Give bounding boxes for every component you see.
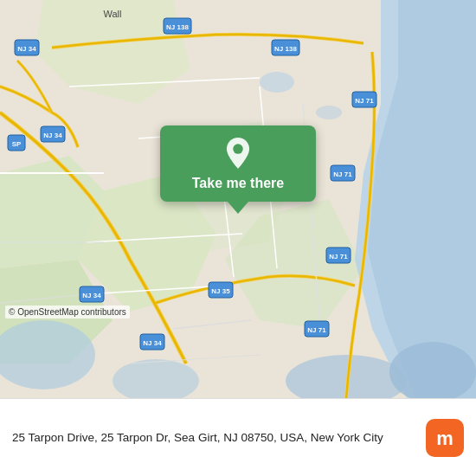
map-area: NJ 34 NJ 34 NJ 34 NJ 34 NJ 138 NJ 138 NJ… bbox=[0, 0, 476, 398]
moovit-logo: m bbox=[426, 419, 464, 457]
svg-text:NJ 138: NJ 138 bbox=[274, 45, 297, 53]
svg-point-54 bbox=[233, 144, 242, 153]
svg-text:NJ 35: NJ 35 bbox=[211, 287, 230, 295]
svg-point-15 bbox=[316, 106, 342, 119]
svg-point-14 bbox=[260, 72, 294, 93]
svg-text:Wall: Wall bbox=[104, 9, 122, 19]
svg-text:m: m bbox=[436, 428, 453, 449]
location-pin-icon bbox=[222, 138, 254, 169]
osm-credit: © OpenStreetMap contributors bbox=[5, 306, 130, 318]
svg-text:NJ 71: NJ 71 bbox=[307, 326, 326, 334]
moovit-icon: m bbox=[426, 419, 464, 457]
address-text: 25 Tarpon Drive, 25 Tarpon Dr, Sea Girt,… bbox=[12, 431, 383, 444]
svg-text:NJ 34: NJ 34 bbox=[143, 339, 162, 347]
svg-text:NJ 34: NJ 34 bbox=[17, 45, 36, 53]
svg-text:NJ 71: NJ 71 bbox=[329, 253, 348, 261]
popup-box[interactable]: Take me there bbox=[160, 125, 316, 202]
take-me-there-popup[interactable]: Take me there bbox=[160, 125, 316, 214]
svg-text:NJ 34: NJ 34 bbox=[43, 132, 62, 139]
svg-text:NJ 138: NJ 138 bbox=[166, 23, 189, 31]
svg-text:NJ 34: NJ 34 bbox=[82, 292, 101, 299]
popup-tail bbox=[228, 202, 248, 214]
app-container: NJ 34 NJ 34 NJ 34 NJ 34 NJ 138 NJ 138 NJ… bbox=[0, 0, 476, 476]
address-info: 25 Tarpon Drive, 25 Tarpon Dr, Sea Girt,… bbox=[12, 429, 415, 447]
svg-text:NJ 71: NJ 71 bbox=[333, 170, 352, 178]
svg-text:SP: SP bbox=[12, 140, 22, 148]
bottom-bar: 25 Tarpon Drive, 25 Tarpon Dr, Sea Girt,… bbox=[0, 398, 476, 476]
osm-credit-text: © OpenStreetMap contributors bbox=[9, 307, 126, 317]
svg-text:NJ 71: NJ 71 bbox=[355, 97, 374, 105]
take-me-there-label: Take me there bbox=[192, 176, 284, 191]
